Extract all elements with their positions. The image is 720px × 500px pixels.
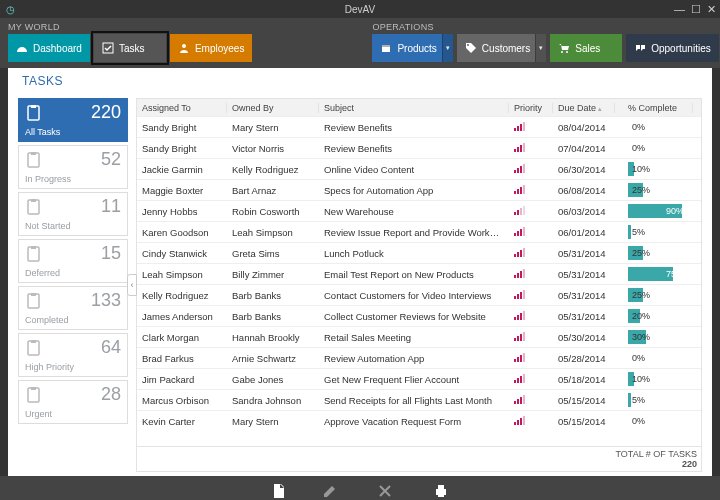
priority-bars-icon [514,142,525,152]
table-row[interactable]: Jackie GarminKelly RodriguezOnline Video… [137,158,701,179]
filter-inprogress[interactable]: 52In Progress [18,145,128,189]
cell-priority [509,121,553,133]
ribbon-employees[interactable]: Employees [170,34,252,62]
edit-icon [322,483,338,499]
filter-urgent[interactable]: 28Urgent [18,380,128,424]
print-button[interactable]: Print [432,483,451,500]
svg-point-7 [566,51,568,53]
cell-owned: Barb Banks [227,311,319,322]
ribbon-products[interactable]: Products [372,34,452,62]
new-button[interactable]: New [270,483,288,500]
svg-rect-20 [28,388,39,402]
ribbon-tasks[interactable]: Tasks [94,34,166,62]
cell-subject: Collect Customer Reviews for Website [319,311,509,322]
maximize-button[interactable]: ☐ [691,3,701,16]
ribbon-dashboard[interactable]: Dashboard [8,34,90,62]
table-row[interactable]: Maggie BoxterBart ArnazSpecs for Automat… [137,179,701,200]
cell-subject: New Warehouse [319,206,509,217]
col-pct-complete[interactable]: % Complete [623,103,693,113]
cell-assigned: Jim Packard [137,374,227,385]
cell-owned: Greta Sims [227,248,319,259]
cell-assigned: James Anderson [137,311,227,322]
dropdown-arrow-icon[interactable] [442,34,453,62]
cell-due: 05/15/2014 [553,416,615,427]
col-assigned[interactable]: Assigned To [137,103,227,113]
cell-due: 07/04/2014 [553,143,615,154]
table-row[interactable]: Sandy BrightVictor NorrisReview Benefits… [137,137,701,158]
filter-completed[interactable]: 133Completed [18,286,128,330]
clipboard-icon [25,292,43,310]
svg-rect-11 [31,152,36,155]
minimize-button[interactable]: — [674,3,685,16]
sidebar-collapse-handle[interactable]: ‹ [127,274,137,296]
cell-subject: Approve Vacation Request Form [319,416,509,427]
person-icon [178,42,190,54]
gauge-icon [16,42,28,54]
cell-assigned: Jenny Hobbs [137,206,227,217]
table-row[interactable]: Leah SimpsonBilly ZimmerEmail Test Repor… [137,263,701,284]
cell-due: 05/31/2014 [553,269,615,280]
table-row[interactable]: Jim PackardGabe JonesGet New Frequent Fl… [137,368,701,389]
priority-bars-icon [514,184,525,194]
cell-pct: 10% [623,372,693,386]
cell-pct: 5% [623,393,693,407]
cell-pct: 25% [623,183,693,197]
cell-owned: Bart Arnaz [227,185,319,196]
edit-button[interactable]: Edit [322,483,338,500]
filter-label: Completed [25,315,69,325]
cell-assigned: Leah Simpson [137,269,227,280]
col-subject[interactable]: Subject [319,103,509,113]
cell-assigned: Sandy Bright [137,122,227,133]
cell-assigned: Brad Farkus [137,353,227,364]
table-row[interactable]: Karen GoodsonLeah SimpsonReview Issue Re… [137,221,701,242]
col-due-date[interactable]: Due Date [553,103,615,113]
table-row[interactable]: Sandy BrightMary SternReview Benefits08/… [137,116,701,137]
ribbon-opportunities[interactable]: Opportunities [626,34,718,62]
filter-deferred[interactable]: 15Deferred [18,239,128,283]
filter-count: 133 [91,290,121,311]
cell-priority [509,268,553,280]
ribbon-label-text: Sales [575,43,600,54]
ribbon-sales[interactable]: Sales [550,34,622,62]
svg-rect-16 [28,294,39,308]
table-row[interactable]: Kevin CarterMary SternApprove Vacation R… [137,410,701,431]
window-title: DevAV [345,4,375,15]
priority-bars-icon [514,394,525,404]
summary-label: TOTAL # OF TASKS [615,449,697,459]
cell-assigned: Kevin Carter [137,416,227,427]
ribbon: MY WORLDDashboardTasksEmployeesOPERATION… [0,18,720,68]
table-row[interactable]: Brad FarkusArnie SchwartzReview Automati… [137,347,701,368]
table-row[interactable]: Jenny HobbsRobin CosworthNew Warehouse06… [137,200,701,221]
cell-due: 06/30/2014 [553,164,615,175]
filter-count: 52 [101,149,121,170]
cell-due: 06/08/2014 [553,185,615,196]
col-priority[interactable]: Priority [509,103,553,113]
cell-pct: 0% [623,141,693,155]
cell-owned: Arnie Schwartz [227,353,319,364]
priority-bars-icon [514,268,525,278]
ribbon-customers[interactable]: Customers [457,34,546,62]
cell-pct: 0% [623,120,693,134]
table-row[interactable]: James AndersonBarb BanksCollect Customer… [137,305,701,326]
clipboard-icon [25,198,43,216]
delete-button[interactable]: Delete [372,483,398,500]
close-button[interactable]: ✕ [707,3,716,16]
cell-owned: Mary Stern [227,416,319,427]
cell-assigned: Maggie Boxter [137,185,227,196]
svg-rect-8 [28,106,39,120]
cell-owned: Kelly Rodriguez [227,164,319,175]
bottom-toolbar: New Edit Delete Print [0,476,720,500]
table-row[interactable]: Cindy StanwickGreta SimsLunch Potluck05/… [137,242,701,263]
table-row[interactable]: Kelly RodriguezBarb BanksContact Custome… [137,284,701,305]
svg-point-2 [182,44,186,48]
dropdown-arrow-icon[interactable] [535,34,546,62]
ribbon-group-label: MY WORLD [8,22,252,32]
svg-point-0 [21,50,23,52]
filter-highpriority[interactable]: 64High Priority [18,333,128,377]
col-owned[interactable]: Owned By [227,103,319,113]
cell-pct: 20% [623,309,693,323]
table-row[interactable]: Clark MorganHannah BrooklyRetail Sales M… [137,326,701,347]
filter-all[interactable]: 220All Tasks [18,98,128,142]
filter-notstarted[interactable]: 11Not Started [18,192,128,236]
table-row[interactable]: Marcus OrbisonSandra JohnsonSend Receipt… [137,389,701,410]
